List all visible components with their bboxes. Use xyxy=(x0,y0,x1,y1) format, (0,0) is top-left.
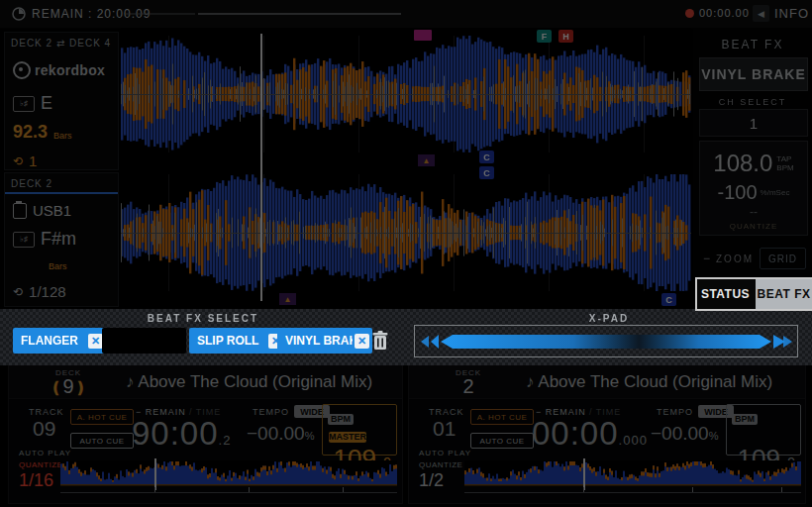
link-deck-panel-bottom[interactable]: DECK 2 USB1 ♭♯ F#m Bars ⟲ 1/128 xyxy=(4,172,119,307)
zoom-label: ZOOM xyxy=(716,254,754,264)
tempo-value: −00.00 xyxy=(651,423,709,444)
tab-beat-fx[interactable]: BEAT FX xyxy=(754,279,812,309)
track-progress-bar xyxy=(198,13,401,15)
hotcue-badge-f[interactable]: F xyxy=(537,30,552,43)
deck-number: 9 xyxy=(62,375,73,397)
auto-cue-button[interactable]: AUTO CUE xyxy=(470,433,534,449)
x-pad-label: X-PAD xyxy=(406,313,812,324)
deck-bracket: ❪ xyxy=(50,379,62,396)
loop-value: 1/128 xyxy=(29,283,66,300)
fx-parameter-box: 108.0 TAPBPM -100 %/mSec -- QUANTIZE xyxy=(699,141,808,236)
track-number: 09 xyxy=(33,417,55,441)
tempo-unit: % xyxy=(709,430,719,442)
record-indicator-icon xyxy=(685,9,694,18)
beat-countdown-bar xyxy=(60,492,397,493)
link-deck-panel-top[interactable]: DECK 2 ⇄ DECK 4 rekordbox ♭♯ E 92.3 Bars… xyxy=(4,32,119,170)
hotcue-badge-c2[interactable]: C xyxy=(479,166,494,179)
loop-marker-icon[interactable]: ▲ xyxy=(279,293,296,305)
cdj-touchscreen: REMAIN : 20:00.09 00:00.00 ◀ INFO DECK 2… xyxy=(0,0,812,507)
time-display: 00:00 xyxy=(532,415,619,452)
hotcue-badge-c3[interactable]: C xyxy=(661,293,676,306)
fx-param-value: -100 xyxy=(718,181,758,204)
track-overview-waveform[interactable] xyxy=(464,460,801,486)
hotcue-badge-h[interactable]: H xyxy=(558,30,573,43)
rekordbox-logo-icon xyxy=(13,61,31,79)
master-badge: MASTER xyxy=(329,432,366,443)
auto-play-label: AUTO PLAY xyxy=(419,449,471,457)
grid-button[interactable]: GRID xyxy=(760,248,806,269)
source-label: USB1 xyxy=(33,202,71,219)
loop-marker-icon[interactable]: ▲ xyxy=(418,154,435,166)
bars-label: Bars xyxy=(53,131,72,141)
beat-fx-title: BEAT FX xyxy=(693,38,812,51)
x-pad-arrow xyxy=(419,330,793,354)
beat-fx-select-label: BEAT FX SELECT xyxy=(0,313,406,324)
track-overview-waveform[interactable] xyxy=(60,460,397,486)
usb-icon xyxy=(13,203,27,219)
top-status-bar: REMAIN : 20:00.09 00:00.00 ◀ INFO xyxy=(0,0,812,29)
loop-value: 1 xyxy=(29,152,37,169)
track-number: 01 xyxy=(433,417,456,441)
key-value: E xyxy=(41,93,52,114)
fx-slot-slip-roll[interactable]: SLIP ROLL ✕ xyxy=(189,328,286,354)
overview-playhead xyxy=(154,458,156,490)
bpm-label: BPM xyxy=(328,414,354,425)
track-title: Above The Cloud (Original Mix) xyxy=(538,372,772,391)
fx-slot-empty[interactable]: ✕ xyxy=(102,328,186,354)
bars-label: Bars xyxy=(49,261,67,271)
key-value: F#m xyxy=(41,229,76,250)
music-note-icon: ♪ xyxy=(526,372,535,391)
quantize-value: 1/16 xyxy=(19,470,53,491)
track-title: Above The Cloud (Original Mix) xyxy=(138,372,372,391)
tempo-label: TEMPO xyxy=(253,407,289,417)
deck-header[interactable]: DECK 2 xyxy=(5,173,118,192)
a-hot-cue-button[interactable]: A. HOT CUE xyxy=(470,409,534,425)
info-button[interactable]: ◀ INFO xyxy=(753,4,809,23)
key-icon: ♭♯ xyxy=(13,232,35,248)
loop-icon: ⟲ xyxy=(13,285,23,299)
remove-icon[interactable]: ✕ xyxy=(355,334,369,349)
bpm-box: BPM MASTER 109.9 xyxy=(726,404,801,456)
clock-icon xyxy=(12,7,26,21)
waveform-display[interactable]: F H ▲ C C ▲ C xyxy=(121,28,691,308)
remove-icon[interactable]: ✕ xyxy=(88,334,103,349)
tap-bpm-label[interactable]: TAPBPM xyxy=(776,154,793,172)
track-progress-bar-segment xyxy=(126,13,195,15)
quantize-value: 1/2 xyxy=(419,470,444,491)
deck2-title-bar: DECK 2 ♪ Above The Cloud (Original Mix) xyxy=(409,365,805,399)
fx-slot-flanger[interactable]: FLANGER ✕ xyxy=(13,328,106,354)
memory-cue-marker[interactable] xyxy=(414,30,432,41)
bars-value: 92.3 xyxy=(13,122,48,143)
auto-cue-button[interactable]: AUTO CUE xyxy=(70,433,134,449)
deck-number: 2 xyxy=(462,375,473,397)
rekordbox-logo: rekordbox xyxy=(13,61,105,79)
info-button-label: INFO xyxy=(774,6,809,21)
tempo-label: TEMPO xyxy=(657,407,693,417)
waveform-deck2[interactable] xyxy=(121,174,691,291)
x-pad[interactable] xyxy=(414,325,798,357)
zoom-minus-button[interactable]: − xyxy=(703,252,710,265)
deck-switch-header[interactable]: DECK 2 ⇄ DECK 4 xyxy=(5,33,118,51)
trash-icon[interactable] xyxy=(370,330,390,352)
music-note-icon: ♪ xyxy=(126,372,135,391)
panel-tabs: STATUS BEAT FX xyxy=(695,277,812,311)
deck1-status-panel: DECK ❪9❫ ♪ Above The Cloud (Original Mix… xyxy=(8,364,403,504)
effect-name-button[interactable]: VINYL BRAKE xyxy=(699,57,808,91)
waveform-deck1[interactable] xyxy=(121,36,691,152)
waveform-playhead xyxy=(260,34,262,301)
tempo-unit: % xyxy=(305,430,315,442)
bpm-box: BPM MASTER 109.9 xyxy=(322,404,397,456)
fx-slot-vinyl-brake[interactable]: VINYL BRAKE ✕ xyxy=(277,328,372,354)
auto-play-label: AUTO PLAY xyxy=(19,449,71,457)
channel-select-button[interactable]: 1 xyxy=(699,109,808,137)
overview-playhead xyxy=(583,458,585,490)
hotcue-badge-c1[interactable]: C xyxy=(479,151,494,163)
tab-status[interactable]: STATUS xyxy=(697,279,754,309)
ch-select-label: CH SELECT xyxy=(693,97,812,107)
deck1-title-bar: DECK ❪9❫ ♪ Above The Cloud (Original Mix… xyxy=(9,365,402,399)
a-hot-cue-button[interactable]: A. HOT CUE xyxy=(70,409,134,425)
tempo-value: −00.00 xyxy=(247,423,305,444)
time-display: 90:00 xyxy=(132,415,219,452)
key-icon: ♭♯ xyxy=(13,96,35,112)
time-fraction: .2 xyxy=(219,433,232,448)
